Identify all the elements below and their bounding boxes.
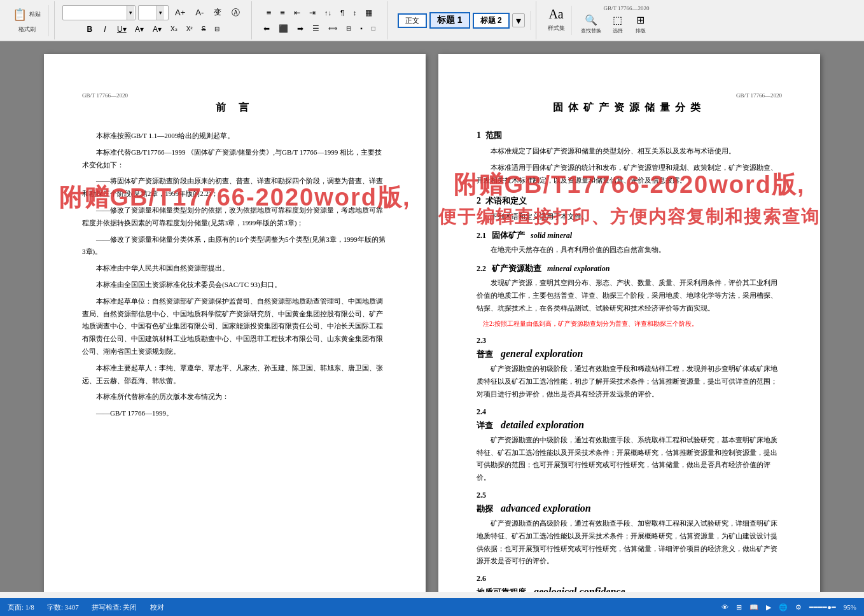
subsec-2-5-num: 2.5 — [477, 491, 782, 500]
align-center-button[interactable]: ⬛ — [275, 22, 292, 36]
style-set-button[interactable]: 样式集 — [545, 23, 568, 34]
proofreading: 校对 — [150, 603, 164, 612]
border2-button[interactable]: ▦ — [361, 6, 376, 20]
numbering-button[interactable]: ≡ — [276, 6, 289, 20]
subsec-2-1-cn: 固体矿产 — [492, 230, 525, 240]
subsec-2-6-en: geological confidence — [534, 586, 625, 592]
shrink-font-button[interactable]: A- — [192, 6, 207, 20]
para-2: 本标准代替GB/T17766—1999 《固体矿产资源/储量分类》,与GB/T … — [82, 146, 387, 172]
subsec-2-3-cn: 普查 — [477, 349, 493, 359]
normal-style-button[interactable]: 正文 — [398, 13, 427, 28]
outdent-button[interactable]: ⇤ — [290, 6, 304, 20]
underline-button[interactable]: U▾ — [113, 22, 130, 36]
subsec-2-5-en: advanced exploration — [501, 503, 591, 514]
web-icon[interactable]: 🌐 — [779, 603, 788, 612]
superscript-button[interactable]: X² — [183, 22, 197, 36]
para-11: ——GB/T 17766—1999。 — [82, 407, 387, 420]
align-left-button[interactable]: ⬅ — [260, 22, 274, 36]
left-page-gb-header: GB/T 17766—2020 — [82, 92, 387, 99]
font-size-selector[interactable]: 7 ▾ — [138, 5, 169, 20]
font-name-selector[interactable]: Times New Roma ▾ — [62, 5, 136, 20]
sort-button[interactable]: ↑↓ — [321, 6, 335, 20]
left-page: GB/T 17766—2020 前 言 本标准按照GB/T 1.1—2009给出… — [44, 54, 426, 592]
section1-num: 1 范围 — [477, 130, 782, 141]
section1-text: 本标准规定了固体矿产资源和储量的类型划分、相互关系以及发布与术语使用。 — [477, 145, 782, 158]
play-icon[interactable]: ▶ — [766, 603, 771, 612]
zoom-slider-container[interactable]: ━━━━●━ — [809, 603, 836, 612]
sort-layout-button[interactable]: 排版 — [632, 26, 650, 36]
subsec-2-2-note2: 注2:按照工程量由低到高，矿产资源勘查划分为普查、详查和勘探三个阶段。 — [477, 318, 782, 330]
show-marks-button[interactable]: ¶ — [337, 6, 348, 20]
font-group: Times New Roma ▾ 7 ▾ A+ A- 变 Ⓐ B I U▾ A▾… — [60, 4, 246, 38]
indent-button[interactable]: ⇥ — [305, 6, 319, 20]
strikethrough-button[interactable]: S — [198, 22, 210, 36]
sep2 — [251, 1, 252, 39]
select-icon: ⬚ — [613, 14, 622, 26]
sep1 — [54, 1, 55, 39]
para-4: ——修改了资源量和储量类型划分的依据，改为依据地质可靠程度划分资源量，考虑地质可… — [82, 204, 387, 230]
para-5: ——修改了资源量和储量分类体系，由原有的16个类型调整为5个类型(见第3章，19… — [82, 234, 387, 259]
subsec-2-2-cn: 矿产资源勘查 — [492, 263, 541, 273]
section2-title: 术语和定义 — [485, 196, 527, 206]
change-case-button[interactable]: 变 — [210, 6, 225, 20]
subsec-2-3-text: 矿产资源勘查的初级阶段，通过有效勘查手段和稀疏钻样工程，发现并初步查明矿体或矿床… — [477, 363, 782, 400]
font-name-input[interactable]: Times New Roma — [63, 9, 127, 17]
font-size-input[interactable]: 7 — [139, 9, 157, 17]
font-size-dropdown[interactable]: ▾ — [157, 6, 164, 20]
grow-font-button[interactable]: A+ — [171, 6, 189, 20]
clear-format-button[interactable]: Ⓐ — [228, 6, 244, 20]
shading-button[interactable]: ▪ — [356, 22, 366, 36]
format-brush-button[interactable]: 格式刷 — [16, 24, 38, 35]
word-count: 字数: 3407 — [47, 603, 79, 612]
right-page-title: 固体矿产资源储量分类 — [477, 101, 782, 115]
gb-header-right: GB/T 17766—2020 — [603, 5, 649, 11]
para-group: ≡ ≡ ⇤ ⇥ ↑↓ ¶ ↕ ▦ ⬅ ⬛ ➡ ☰ ⟺ ⊟ ▪ □ — [257, 4, 382, 37]
select-button[interactable]: 选择 — [609, 26, 627, 36]
h2-style-button[interactable]: 标题 2 — [473, 13, 510, 29]
border3-button[interactable]: □ — [368, 22, 379, 36]
subsec-2-2-text: 发现矿产资源，查明其空间分布、形态、产状、数量、质量、开采利用条件，评价其工业利… — [477, 277, 782, 314]
h1-style-button[interactable]: 标题 1 — [429, 12, 470, 29]
border-button[interactable]: ⊟ — [211, 22, 223, 36]
section1-title: 范围 — [485, 130, 502, 140]
grid-icon[interactable]: ⊞ — [736, 603, 742, 612]
eye-icon[interactable]: 👁 — [721, 603, 728, 611]
bold-button[interactable]: B — [83, 22, 97, 36]
line-spacing-button[interactable]: ↕ — [349, 6, 361, 20]
para-8: 本标准起草单位：自然资源部矿产资源保护监督司、自然资源部地质勘查管理司、中国地质… — [82, 295, 387, 358]
subscript-button[interactable]: X₂ — [167, 22, 181, 36]
para-7: 本标准由全国国土资源标准化技术委员会(SAC/TC 93)归口。 — [82, 279, 387, 291]
font-name-dropdown[interactable]: ▾ — [127, 6, 134, 20]
page-indicator: 页面: 1/8 — [8, 603, 34, 612]
right-tools-group: GB/T 17766—2020 🔍 查找替换 ⬚ 选择 ⊞ 排版 — [575, 4, 653, 37]
subsec-2-5-cn: 勘探 — [477, 504, 493, 514]
align-justify-button[interactable]: ☰ — [309, 22, 323, 36]
para-1: 本标准按照GB/T 1.1—2009给出的规则起草。 — [82, 130, 387, 143]
sort-layout-icon: ⊞ — [636, 14, 645, 26]
font-color-button[interactable]: A▾ — [131, 22, 148, 36]
statusbar-right: 👁 ⊞ 📖 ▶ 🌐 ⚙ ━━━━●━ 95% — [721, 603, 856, 612]
align-right-button[interactable]: ➡ — [293, 22, 307, 36]
statusbar: 页面: 1/8 字数: 3407 拼写检查: 关闭 校对 👁 ⊞ 📖 ▶ 🌐 ⚙… — [0, 598, 864, 616]
subsec-2-4-text: 矿产资源勘查的中级阶段，通过有效勘查手段、系统取样工程和试验研究，基本查明矿床地… — [477, 434, 782, 484]
subsec-2-6-num: 2.6 — [477, 574, 782, 584]
find-replace-button[interactable]: 查找替换 — [578, 26, 604, 36]
para-3: ——将固体矿产资源勘查阶段由原来的初查、普查、详查和勘探四个阶段，调整为普查、详… — [82, 175, 387, 200]
distributed-button[interactable]: ⟺ — [324, 22, 341, 36]
para-9: 本标准主要起草人：李纯、覃遵华、覃志平、凡家杰、孙玉建、陈卫国、韩旭东、唐卫国、… — [82, 362, 387, 388]
highlight-button[interactable]: A▾ — [149, 22, 165, 36]
toolbar-row1: 📋 粘贴 格式刷 Times New Roma ▾ 7 ▾ A+ A- — [0, 0, 864, 41]
paste-button[interactable]: 📋 粘贴 — [10, 6, 43, 23]
subsec-2-1-num: 2.1 固体矿产 solid mineral — [477, 230, 782, 241]
settings-icon[interactable]: ⚙ — [795, 603, 802, 612]
styles-dropdown[interactable]: ▾ — [512, 13, 525, 27]
book-icon[interactable]: 📖 — [749, 603, 758, 612]
bullets-button[interactable]: ≡ — [263, 6, 275, 20]
col-button[interactable]: ⊟ — [342, 22, 355, 36]
toolbar-wrapper: 📋 粘贴 格式刷 Times New Roma ▾ 7 ▾ A+ A- — [0, 0, 864, 41]
subsec-2-4-num: 2.4 — [477, 407, 782, 417]
italic-button[interactable]: I — [98, 22, 112, 36]
paste-icon: 📋 — [13, 8, 27, 22]
section2-num: 2 术语和定义 — [477, 195, 782, 207]
sep4 — [536, 1, 536, 39]
